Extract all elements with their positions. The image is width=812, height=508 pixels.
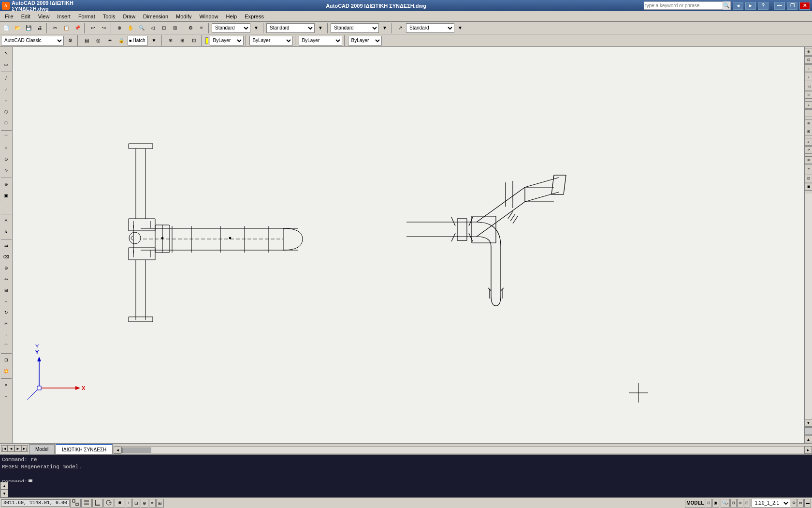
dist-btn[interactable]: ↔ [1,391,12,402]
mleader-style-dropdown[interactable]: Standard [406,23,454,33]
block-btn[interactable]: ▣ [1,190,12,201]
offset-btn[interactable]: ⇉ [1,240,12,251]
list-btn[interactable]: ≡ [1,380,12,390]
pick-btn[interactable]: ↖ [1,48,12,59]
drawing-canvas[interactable]: Y X Y [13,47,804,443]
rp-btn8[interactable]: - [805,109,812,117]
restore-button[interactable]: ❐ [787,2,798,10]
hscroll-left[interactable]: ◄ [114,446,121,454]
zoom-prev[interactable]: ◁ [147,23,158,33]
hscroll-right[interactable]: ► [804,446,812,454]
table-style-btn[interactable]: ▼ [379,23,390,33]
close-button[interactable]: ✕ [799,2,810,10]
cmd-scroll-up[interactable]: ▲ [0,482,8,490]
ducs-btn[interactable]: ⊡ [132,499,140,508]
rp-btn16[interactable]: ▣ [805,183,812,191]
mtext-btn[interactable]: 𝐀 [1,226,12,237]
dim-style-dropdown[interactable]: Standard [266,23,315,33]
menu-modify[interactable]: Modify [172,11,195,22]
menu-format[interactable]: Format [74,11,99,22]
rp-btn3[interactable]: ↑ [805,64,812,72]
menu-dimension[interactable]: Dimension [139,11,172,22]
minimize-button[interactable]: — [774,2,785,10]
rp-btn7[interactable]: + [805,101,812,109]
workspace-settings[interactable]: ⚙ [65,35,75,46]
menu-express[interactable]: Express [241,11,268,22]
menu-view[interactable]: View [34,11,54,22]
polyline-btn[interactable]: ⌐ [1,95,12,106]
select-btn[interactable]: ▭ [1,59,12,70]
menu-window[interactable]: Window [195,11,222,22]
copy-entity-btn[interactable]: ⊕ [1,263,12,273]
linetype-dropdown[interactable]: ByLayer [249,36,293,45]
line-btn[interactable]: / [1,73,12,84]
zoom-named[interactable]: ⊞ [170,23,180,33]
save-button[interactable]: 💾 [23,23,34,33]
color-merge-btn[interactable]: ⊞ [177,35,188,46]
nav-forward-button[interactable]: ► [745,2,756,10]
arc-btn[interactable]: ⌒ [1,132,12,142]
paste-button[interactable]: 📌 [72,23,83,33]
sb-arrows[interactable]: ⇔ [798,499,804,508]
qp-btn[interactable]: ⊞ [156,499,164,508]
scale-btn[interactable]: ⊞ [1,285,12,296]
fillet-btn[interactable]: ⌒ [1,341,12,351]
tab-last-btn[interactable]: ►| [21,445,28,452]
spline-btn[interactable]: ∿ [1,165,12,176]
workspace-dropdown[interactable]: AutoCAD Classic [1,36,64,45]
stretch-btn[interactable]: ↔ [1,296,12,307]
rp-btn5[interactable]: ◁ [805,83,812,90]
table-style-dropdown[interactable]: Standard [331,23,379,33]
zoom-extents[interactable]: ⊡ [159,23,169,33]
tab-prev-btn[interactable]: ◄ [8,445,14,452]
mleader-style-btn[interactable]: ▼ [455,23,465,33]
rp-btn14[interactable]: ≡ [805,164,812,172]
nav-back-button[interactable]: ◄ [733,2,743,10]
rp-btn10[interactable]: ⊠ [805,128,812,135]
polar-btn[interactable] [103,499,114,508]
tab-model[interactable]: Model [29,444,55,454]
layer-lock-btn[interactable]: 🔒 [116,35,127,46]
new-button[interactable]: 📄 [1,23,12,33]
erase-btn[interactable]: ⌫ [1,252,12,262]
hatch-btn[interactable]: ⋮ [1,201,12,212]
circle-btn[interactable]: ○ [1,143,12,153]
layer-freeze-btn[interactable]: ☀ [104,35,115,46]
plotstyle-dropdown[interactable]: ByLayer [348,36,382,45]
rp-btn1[interactable]: ⊕ [805,48,812,56]
vscroll-thumb[interactable] [805,427,812,435]
osnap-btn[interactable] [115,499,125,508]
copy-button[interactable]: 📋 [61,23,72,33]
menu-insert[interactable]: Insert [53,11,74,22]
sb-btn4[interactable]: ⊕ [737,499,743,508]
cut-button[interactable]: ✂ [50,23,60,33]
tab-next-btn[interactable]: ► [14,445,21,452]
grid-btn[interactable] [81,499,92,508]
insert-btn[interactable]: ⊕ [1,179,12,190]
text-style-btn[interactable]: ▼ [251,23,261,33]
extend-btn[interactable]: → [1,329,12,340]
pan-button[interactable]: ✋ [125,23,136,33]
zoom-realtime[interactable]: ⊕ [114,23,125,33]
cmd-prompt[interactable]: Command: [2,478,810,482]
text-btn[interactable]: A [1,215,12,226]
layer-dropdown-arrow[interactable]: ▼ [149,35,160,46]
sb-minimize-all[interactable]: ▬ [804,499,811,508]
menu-tools[interactable]: Tools [99,11,119,22]
rp-btn13[interactable]: ⊕ [805,156,812,164]
dim-style-btn[interactable]: ▼ [315,23,326,33]
sb-btn5[interactable]: ⊞ [744,499,750,508]
lineweight-dropdown[interactable]: ByLayer [299,36,342,45]
hscroll-thumb[interactable] [122,448,151,453]
tab-first-btn[interactable]: |◄ [1,445,8,452]
otrack-btn[interactable]: + [126,499,132,508]
scale-select[interactable]: 1:20_1_2:1 [752,499,790,508]
zoom-out-sb-btn[interactable]: 🔍- [721,499,730,508]
sb-btn3[interactable]: ⊡ [730,499,737,508]
text-style-dropdown[interactable]: Standard [212,23,250,33]
undo-button[interactable]: ↩ [87,23,98,33]
pedit-btn[interactable]: ⊡ [1,355,12,365]
menu-draw[interactable]: Draw [119,11,139,22]
rp-btn15[interactable]: ⊡ [805,175,812,182]
lwt-btn[interactable]: ≡ [149,499,155,508]
